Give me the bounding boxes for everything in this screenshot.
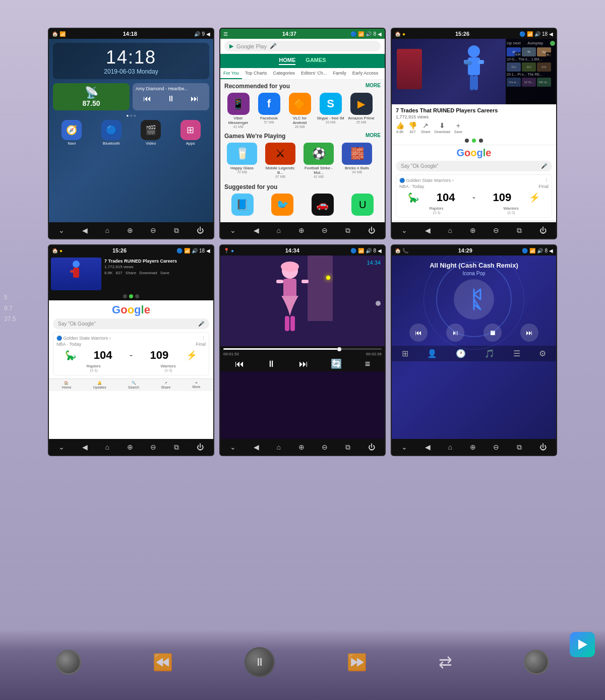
tab-clock[interactable]: 🕐: [456, 349, 466, 358]
nb3-home[interactable]: ⌂: [448, 226, 452, 234]
nb3-power[interactable]: ⏻: [539, 226, 547, 234]
nb6-power[interactable]: ⏻: [539, 443, 547, 451]
music-widget[interactable]: Amy Diamond - Heartbe... ⏮ ⏸ ⏭: [133, 83, 209, 110]
mic-icon-4[interactable]: 🎤: [198, 321, 204, 327]
tab-settings[interactable]: ⚙: [539, 349, 546, 358]
bnav-home-4[interactable]: 🏠Home: [62, 381, 72, 389]
google-search-4[interactable]: Say "Ok Google" 🎤: [53, 319, 209, 329]
nb3-minus[interactable]: ⊖: [493, 226, 499, 234]
nb4-add[interactable]: ⊕: [127, 443, 133, 451]
nb3-down[interactable]: ⌄: [401, 226, 407, 234]
nb4-power[interactable]: ⏻: [197, 443, 204, 451]
thumb-5[interactable]: 33:2: [522, 62, 536, 72]
mic-icon[interactable]: 🎤: [541, 163, 547, 169]
game-bricks[interactable]: 🧱 Bricks n Balls 34 MB: [339, 143, 375, 178]
loop-btn-main[interactable]: ⇄: [439, 653, 452, 672]
nb4-minus[interactable]: ⊖: [150, 443, 156, 451]
more-options[interactable]: ⋮: [544, 178, 549, 183]
nb4-back[interactable]: ◀: [82, 443, 88, 451]
small-save[interactable]: Save: [160, 271, 169, 275]
forward-btn[interactable]: ⏭: [299, 359, 308, 369]
app-apps[interactable]: ⊞ Apps: [172, 120, 210, 146]
games-more-link[interactable]: MORE: [366, 133, 381, 140]
nb5-multi[interactable]: ⧉: [345, 443, 350, 452]
nba-link-4[interactable]: 🔵 Golden State Warriors ›: [56, 336, 111, 341]
nba-team-link[interactable]: 🔵 Golden State Warriors ›: [399, 178, 454, 183]
play-pause-main[interactable]: ⏸: [245, 647, 275, 677]
nb5-add[interactable]: ⊕: [298, 443, 305, 451]
nb2-home[interactable]: ⌂: [277, 226, 281, 234]
thumb-3[interactable]: Ka w...: [537, 47, 551, 56]
nb4-home[interactable]: ⌂: [105, 443, 109, 451]
game-football[interactable]: ⚽ Football Strike - Mul... 42 MB: [301, 143, 336, 178]
play-app-prime[interactable]: ▶ Amazon Prime 25 MB: [347, 93, 375, 129]
app-bluetooth[interactable]: 🔵 Bluetooth: [93, 120, 131, 146]
nb6-home[interactable]: ⌂: [448, 443, 452, 451]
small-share[interactable]: Share: [126, 271, 136, 275]
nb2-multi[interactable]: ⧉: [345, 226, 350, 235]
nb2-add[interactable]: ⊕: [298, 226, 305, 234]
nav-home[interactable]: ⌂: [105, 226, 109, 234]
rewind-btn[interactable]: ⏮: [235, 359, 244, 369]
nav-back[interactable]: ◀: [82, 226, 88, 234]
nb5-minus[interactable]: ⊖: [322, 443, 328, 451]
opts-4[interactable]: ⋮: [201, 336, 206, 341]
thumb-4[interactable]: 33:1: [507, 62, 521, 72]
autoplay-dot[interactable]: [550, 41, 555, 46]
nb3-multi[interactable]: ⧉: [517, 226, 522, 235]
game-mobilelegends[interactable]: ⚔ Mobile Legends: B... 97 MB: [263, 143, 298, 178]
next-btn[interactable]: ⏭: [191, 94, 199, 103]
subtab-editors[interactable]: Editors' Ch...: [298, 68, 330, 79]
nav-multi[interactable]: ⧉: [174, 226, 179, 235]
nb6-minus[interactable]: ⊖: [493, 443, 499, 451]
subtab-early[interactable]: Early Access: [349, 68, 382, 79]
nb6-down[interactable]: ⌄: [401, 443, 407, 451]
nb6-add[interactable]: ⊕: [470, 443, 476, 451]
nav-power[interactable]: ⏻: [197, 226, 204, 234]
play-app-skype[interactable]: S Skype - free IM 33 MB: [317, 93, 344, 129]
nav-down[interactable]: ⌄: [58, 226, 65, 234]
progress-dot[interactable]: [337, 347, 341, 351]
radio-widget[interactable]: 📡 87.50: [53, 83, 130, 110]
sugg-uber[interactable]: U: [351, 194, 374, 216]
bnav-search-4[interactable]: 🔍Search: [128, 381, 139, 389]
prev-track-btn[interactable]: ⏮: [409, 324, 428, 342]
thumb-1[interactable]: 10 6:24: [507, 47, 521, 56]
nb5-back[interactable]: ◀: [254, 443, 259, 451]
play-app-vlc[interactable]: 🔶 VLC for Android 26 MB: [286, 93, 314, 129]
app-navi[interactable]: 🧭 Navi: [53, 120, 91, 146]
like-btn[interactable]: 👍8.8K: [396, 121, 404, 134]
share-btn[interactable]: ↗Share: [421, 121, 431, 134]
thumb-7[interactable]: Ka w...: [507, 78, 521, 87]
subtab-cat[interactable]: Categories: [270, 68, 298, 79]
more-link[interactable]: MORE: [366, 83, 381, 90]
play-store-watermark[interactable]: [570, 632, 595, 657]
nb5-down[interactable]: ⌄: [230, 443, 236, 451]
playlist-btn[interactable]: ≡: [365, 359, 371, 369]
tab-list[interactable]: ☰: [513, 349, 520, 358]
search-mic[interactable]: 🎤: [270, 43, 277, 49]
repeat-btn[interactable]: 🔄: [331, 358, 342, 369]
nb3-back[interactable]: ◀: [425, 226, 431, 234]
google-search[interactable]: Say "Ok Google" 🎤: [396, 161, 552, 171]
subtab-foryou[interactable]: For You: [220, 68, 242, 79]
yt-video-thumb[interactable]: Up next Autoplay 10 6:24 Th Ka: [392, 39, 556, 104]
save-btn[interactable]: +Save: [454, 121, 462, 134]
thumb-2[interactable]: Th: [522, 47, 536, 56]
dislike-btn[interactable]: 👎827: [408, 121, 417, 134]
tab-grid[interactable]: ⊞: [402, 349, 408, 358]
nb5-home[interactable]: ⌂: [277, 443, 281, 451]
nb4-down[interactable]: ⌄: [58, 443, 65, 451]
pause-btn[interactable]: ⏸: [267, 359, 276, 369]
nb2-power[interactable]: ⏻: [368, 226, 375, 234]
nb6-multi[interactable]: ⧉: [517, 443, 522, 452]
video-main[interactable]: 14:34: [220, 256, 385, 346]
sugg-3[interactable]: 🚗: [312, 194, 334, 216]
bnav-more-4[interactable]: ≡More: [192, 381, 200, 389]
next-track-btn[interactable]: ⏭: [520, 324, 538, 342]
play-app-viber[interactable]: 📱 Viber Messenger 41 MB: [224, 93, 252, 129]
subtab-charts[interactable]: Top Charts: [242, 68, 270, 79]
sugg-2[interactable]: 🐦: [271, 194, 293, 216]
tab-home[interactable]: HOME: [279, 57, 295, 65]
nb3-add[interactable]: ⊕: [470, 226, 476, 234]
